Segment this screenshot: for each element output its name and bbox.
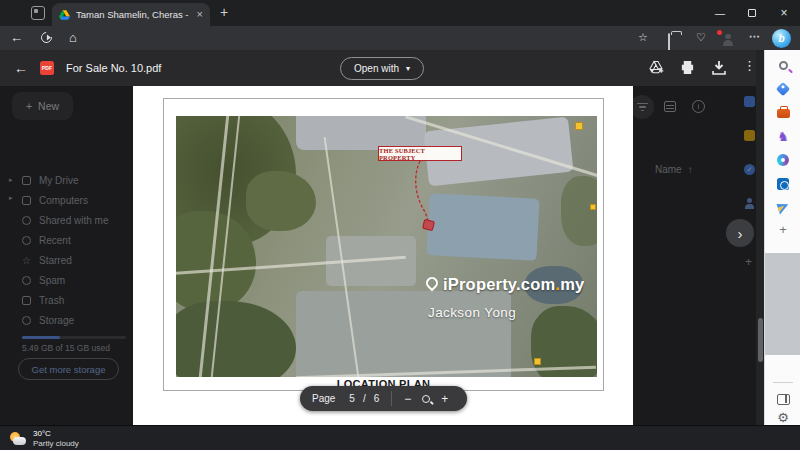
item-label: My Drive bbox=[39, 175, 78, 186]
refresh-icon[interactable] bbox=[39, 30, 54, 45]
sidebar-item-trash[interactable]: Trash bbox=[0, 290, 133, 310]
current-page[interactable]: 5 bbox=[349, 393, 355, 404]
favorites-bar-icon[interactable]: ☆ bbox=[638, 31, 648, 44]
sidebar-divider bbox=[773, 382, 793, 383]
download-icon[interactable] bbox=[712, 60, 726, 75]
google-drive-icon bbox=[59, 10, 70, 20]
keep-icon[interactable] bbox=[744, 130, 755, 141]
sidebar-item-recent[interactable]: Recent bbox=[0, 230, 133, 250]
pdf-page: THE SUBJECT PROPERTY iProperty.com.my Ja… bbox=[133, 86, 633, 425]
plus-icon: + bbox=[26, 100, 32, 112]
filter-icon[interactable] bbox=[630, 95, 654, 119]
sidebar-item-shared[interactable]: Shared with me bbox=[0, 210, 133, 230]
outlook-icon[interactable] bbox=[776, 177, 790, 191]
calendar-icon[interactable] bbox=[744, 96, 755, 107]
minimize-button[interactable]: — bbox=[704, 0, 736, 26]
scrollbar-thumb[interactable] bbox=[758, 318, 763, 362]
profile-alert-dot bbox=[717, 30, 722, 35]
print-icon[interactable] bbox=[680, 60, 695, 75]
sidebar-item-computers[interactable]: ▸Computers bbox=[0, 190, 133, 210]
zoom-in-button[interactable]: + bbox=[441, 392, 448, 406]
tab-actions-icon[interactable] bbox=[31, 6, 45, 20]
preview-scrollbar[interactable] bbox=[756, 50, 764, 425]
item-label: Storage bbox=[39, 315, 74, 326]
image-creator-icon[interactable] bbox=[776, 153, 790, 167]
storage-progress-fill bbox=[22, 336, 60, 339]
name-column-header[interactable]: Name ↑ bbox=[655, 164, 693, 175]
browser-menu-icon[interactable]: ⋯ bbox=[749, 30, 760, 43]
pdf-preview-header: ← PDF For Sale No. 10.pdf Open with ▾ ⋮ bbox=[0, 50, 756, 86]
zoom-out-button[interactable]: − bbox=[404, 392, 411, 406]
info-icon[interactable]: i bbox=[692, 100, 705, 113]
page-separator: / bbox=[363, 393, 366, 404]
sidebar-item-my-drive[interactable]: ▸My Drive bbox=[0, 170, 133, 190]
side-panel-add-icon[interactable]: + bbox=[745, 255, 752, 269]
browser-toolbar: ← ⌂ https://drive.google.com/drive/folde… bbox=[0, 26, 800, 50]
filter-bar bbox=[639, 106, 646, 108]
watermark-text: iProperty.com.my bbox=[443, 275, 584, 294]
drive-pdf-preview-overlay: ← PDF For Sale No. 10.pdf Open with ▾ ⋮ … bbox=[0, 50, 764, 425]
spam-icon bbox=[22, 276, 31, 285]
zoom-lens-icon[interactable] bbox=[422, 395, 430, 403]
sidebar-item-storage[interactable]: Storage bbox=[0, 310, 133, 330]
tab-close-icon[interactable]: × bbox=[197, 9, 203, 20]
maximize-button[interactable] bbox=[736, 0, 768, 26]
sort-arrow-icon: ↑ bbox=[688, 164, 693, 175]
close-window-button[interactable]: × bbox=[768, 0, 800, 26]
preview-back-icon[interactable]: ← bbox=[14, 60, 28, 76]
open-with-label: Open with bbox=[354, 63, 399, 74]
open-with-button[interactable]: Open with ▾ bbox=[340, 57, 424, 80]
recent-icon bbox=[22, 236, 31, 245]
browser-tab[interactable]: Taman Shamelin, Cheras - SALE × bbox=[52, 3, 210, 26]
item-label: Starred bbox=[39, 255, 72, 266]
maximize-icon bbox=[748, 9, 756, 17]
watermark-suffix: my bbox=[560, 275, 584, 293]
browser-tab-strip: Taman Shamelin, Cheras - SALE × + — × bbox=[0, 0, 800, 26]
new-label: New bbox=[38, 100, 59, 112]
item-label: Trash bbox=[39, 295, 64, 306]
subject-property-label: THE SUBJECT PROPERTY bbox=[378, 146, 462, 161]
sidebar-settings-icon[interactable]: ⚙ bbox=[776, 410, 790, 424]
sidebar-search-icon[interactable] bbox=[776, 58, 790, 72]
back-icon[interactable]: ← bbox=[10, 30, 23, 45]
name-label: Name bbox=[655, 164, 682, 175]
games-icon[interactable]: ♞ bbox=[776, 129, 790, 143]
sidebar-item-starred[interactable]: ☆Starred bbox=[0, 250, 133, 270]
pdf-file-name: For Sale No. 10.pdf bbox=[66, 62, 161, 74]
list-view-icon[interactable] bbox=[664, 101, 676, 112]
add-to-drive-icon[interactable] bbox=[648, 60, 664, 75]
new-tab-button[interactable]: + bbox=[220, 4, 228, 20]
expand-icon[interactable]: ▸ bbox=[9, 194, 13, 202]
bing-chat-icon[interactable]: b bbox=[772, 29, 791, 48]
drive-new-button[interactable]: + New bbox=[12, 92, 73, 120]
sidebar-placeholder-block bbox=[765, 253, 800, 355]
filter-bar bbox=[637, 103, 648, 105]
more-options-icon[interactable]: ⋮ bbox=[743, 58, 756, 73]
expand-icon[interactable]: ▸ bbox=[9, 176, 13, 184]
item-label: Recent bbox=[39, 235, 71, 246]
satellite-map: THE SUBJECT PROPERTY iProperty.com.my Ja… bbox=[176, 116, 597, 377]
sidebar-add-icon[interactable]: + bbox=[776, 222, 790, 236]
drive-sidebar: + New ▸My Drive ▸Computers Shared with m… bbox=[0, 86, 133, 425]
drop-icon[interactable] bbox=[776, 200, 790, 214]
tasks-icon[interactable]: ✓ bbox=[744, 164, 755, 175]
tools-icon[interactable] bbox=[776, 106, 790, 120]
total-pages: 6 bbox=[374, 393, 380, 404]
starred-icon: ☆ bbox=[22, 256, 31, 265]
watermark: iProperty.com.my bbox=[426, 275, 584, 294]
page-controls: Page 5 / 6 − + bbox=[300, 386, 467, 411]
filter-bar bbox=[641, 110, 644, 112]
window-controls: — × bbox=[704, 0, 800, 26]
sidebar-toggle-icon[interactable] bbox=[776, 392, 790, 406]
sidebar-item-spam[interactable]: Spam bbox=[0, 270, 133, 290]
browser-essentials-icon[interactable]: ♡ bbox=[696, 31, 706, 44]
agent-name: Jackson Yong bbox=[428, 305, 516, 320]
page-label: Page bbox=[312, 393, 335, 404]
computers-icon bbox=[22, 196, 31, 205]
weather-widget[interactable]: 30°CPartly cloudy bbox=[10, 429, 79, 448]
shopping-tag-icon[interactable] bbox=[776, 82, 790, 96]
contacts-icon[interactable] bbox=[744, 198, 755, 209]
next-page-button[interactable]: › bbox=[726, 219, 754, 247]
home-icon[interactable]: ⌂ bbox=[69, 30, 77, 45]
get-more-storage-button[interactable]: Get more storage bbox=[18, 358, 119, 380]
